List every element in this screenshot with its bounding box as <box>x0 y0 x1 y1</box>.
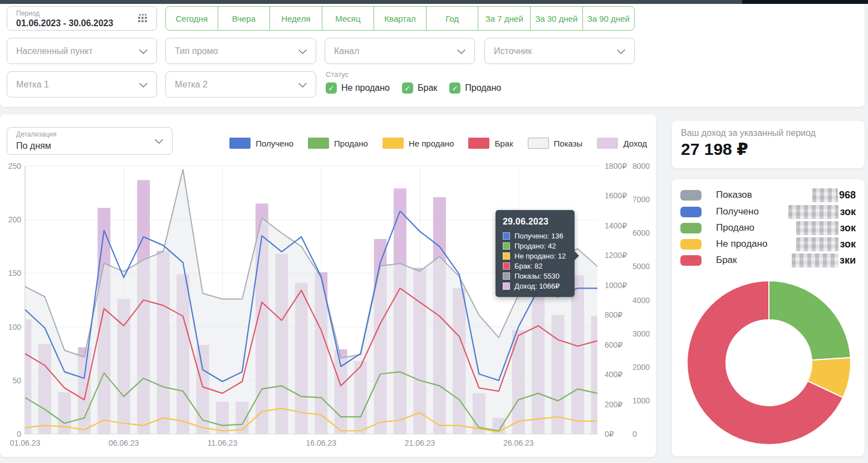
svg-text:4000: 4000 <box>632 296 650 305</box>
period-value: 01.06.2023 - 30.06.2023 <box>16 18 113 28</box>
range-button-year[interactable]: Год <box>426 6 479 31</box>
chart-tooltip: 29.06.2023 Получено: 136 Продано: 42 Не … <box>496 210 575 297</box>
tooltip-swatch <box>503 282 510 290</box>
tooltip-row: Продано: 42 <box>503 242 567 250</box>
tooltip-date: 29.06.2023 <box>503 217 567 227</box>
svg-text:100: 100 <box>8 323 22 332</box>
calendar-grid-icon[interactable] <box>138 13 149 25</box>
censored-value <box>796 237 838 251</box>
status-checkbox-not-sold[interactable]: ✓ Не продано <box>326 82 390 94</box>
status-checkbox-sold[interactable]: ✓ Продано <box>449 82 501 94</box>
svg-text:400₽: 400₽ <box>605 370 622 379</box>
tooltip-arrow <box>575 251 579 260</box>
tooltip-row: Не продано: 12 <box>503 252 567 260</box>
censored-value <box>788 205 838 219</box>
svg-text:3000: 3000 <box>632 329 650 338</box>
stat-swatch <box>680 207 702 217</box>
svg-text:200: 200 <box>8 215 22 224</box>
svg-text:8000: 8000 <box>632 162 650 170</box>
period-label: Период <box>16 9 40 17</box>
select-tag2[interactable]: Метка 2 <box>165 71 316 98</box>
income-title: Ваш доход за указанный период <box>681 128 816 138</box>
select-promo-type[interactable]: Тип промо <box>165 38 316 64</box>
range-button-7days[interactable]: За 7 дней <box>478 6 531 31</box>
stat-row-defect: Брак зки <box>680 254 856 267</box>
status-checkbox-defect[interactable]: ✓ Брак <box>402 82 437 94</box>
svg-text:1600₽: 1600₽ <box>605 191 627 200</box>
svg-text:2000: 2000 <box>632 363 650 372</box>
select-tag1[interactable]: Метка 1 <box>7 71 157 98</box>
svg-text:800₽: 800₽ <box>605 310 622 319</box>
select-tag2-placeholder: Метка 2 <box>175 80 208 90</box>
range-button-quarter[interactable]: Квартал <box>374 6 426 31</box>
svg-text:1800₽: 1800₽ <box>605 162 627 170</box>
svg-text:0: 0 <box>632 430 637 438</box>
chevron-down-icon <box>617 46 626 55</box>
svg-text:1400₽: 1400₽ <box>605 221 627 230</box>
checkbox-checked-icon[interactable]: ✓ <box>402 82 413 94</box>
stats-card: Показов 968 Получено зок Продано зок Не … <box>672 179 865 456</box>
tooltip-row: Получено: 136 <box>503 232 567 240</box>
stat-row-received: Получено зок <box>680 205 856 218</box>
chevron-down-icon <box>139 46 148 55</box>
chevron-down-icon <box>139 79 148 88</box>
tooltip-swatch <box>503 272 510 280</box>
tooltip-swatch <box>503 232 510 240</box>
svg-text:200₽: 200₽ <box>605 400 622 409</box>
svg-text:1200₽: 1200₽ <box>605 251 627 260</box>
main-chart-panel: Детализация По дням Получено Продано Не … <box>0 114 656 457</box>
svg-text:6000: 6000 <box>632 228 650 237</box>
range-button-today[interactable]: Сегодня <box>165 6 218 31</box>
censored-value <box>792 254 838 267</box>
browser-top-bar <box>0 0 868 4</box>
status-checkbox-group: ✓ Не продано ✓ Брак ✓ Продано <box>326 82 501 94</box>
svg-text:11.06.23: 11.06.23 <box>208 438 238 447</box>
checkbox-checked-icon[interactable]: ✓ <box>326 82 337 94</box>
svg-text:150: 150 <box>8 269 22 277</box>
stat-swatch <box>680 255 702 266</box>
select-channel[interactable]: Канал <box>325 38 475 64</box>
tooltip-swatch <box>503 242 510 250</box>
tooltip-row: Показы: 5530 <box>503 272 567 280</box>
range-button-90days[interactable]: За 90 дней <box>582 6 635 31</box>
range-button-month[interactable]: Месяц <box>322 6 375 31</box>
tooltip-row: Доход: 1066₽ <box>503 282 567 290</box>
select-tag1-placeholder: Метка 1 <box>16 80 49 90</box>
svg-text:250: 250 <box>8 162 22 170</box>
stat-swatch <box>680 190 702 201</box>
select-settlement-placeholder: Населенный пункт <box>16 46 93 56</box>
range-button-week[interactable]: Неделя <box>269 6 322 31</box>
svg-text:16.06.23: 16.06.23 <box>306 438 336 447</box>
stat-swatch <box>680 239 702 250</box>
svg-text:0: 0 <box>17 430 21 438</box>
status-option-label: Не продано <box>341 83 390 93</box>
svg-text:01.06.23: 01.06.23 <box>10 438 41 447</box>
status-donut-chart[interactable] <box>686 280 851 445</box>
income-value: 27 198 ₽ <box>681 139 748 159</box>
income-card: Ваш доход за указанный период 27 198 ₽ <box>672 121 865 168</box>
status-option-label: Продано <box>465 83 501 93</box>
period-field[interactable]: Период 01.06.2023 - 30.06.2023 <box>7 6 157 31</box>
status-option-label: Брак <box>418 83 437 93</box>
svg-text:7000: 7000 <box>632 195 650 204</box>
chevron-down-icon <box>457 46 466 55</box>
svg-text:0₽: 0₽ <box>605 430 614 438</box>
svg-text:1000: 1000 <box>632 396 650 405</box>
tooltip-swatch <box>503 262 510 270</box>
stat-row-views: Показов 968 <box>680 188 856 202</box>
stat-row-sold: Продано зок <box>680 221 856 235</box>
stat-row-not-sold: Не продано зок <box>680 237 856 251</box>
checkbox-checked-icon[interactable]: ✓ <box>449 82 460 94</box>
range-button-30days[interactable]: За 30 дней <box>530 6 583 31</box>
range-button-yesterday[interactable]: Вчера <box>218 6 271 31</box>
select-source-placeholder: Источник <box>494 46 532 56</box>
select-settlement[interactable]: Населенный пункт <box>7 38 157 64</box>
select-promo-type-placeholder: Тип промо <box>175 46 218 56</box>
censored-value <box>812 188 838 202</box>
status-label: Статус <box>326 70 349 79</box>
svg-text:5000: 5000 <box>632 262 650 271</box>
select-source[interactable]: Источник <box>484 38 635 64</box>
svg-text:50: 50 <box>12 376 21 385</box>
svg-text:06.06.23: 06.06.23 <box>109 438 139 447</box>
svg-text:1000₽: 1000₽ <box>605 281 627 290</box>
